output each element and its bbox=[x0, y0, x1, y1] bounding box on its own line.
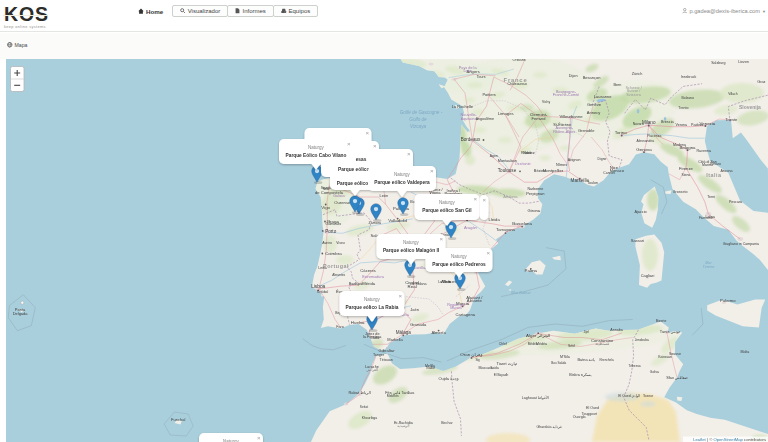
svg-text:Padova: Padova bbox=[691, 123, 703, 127]
svg-text:Villach: Villach bbox=[728, 92, 738, 96]
svg-text:M'Sila: M'Sila bbox=[560, 355, 570, 359]
svg-text:العرائش: العرائش bbox=[366, 368, 378, 372]
svg-text:Faro: Faro bbox=[336, 325, 343, 329]
svg-text:Naturgy: Naturgy bbox=[451, 254, 468, 259]
svg-text:Palermo: Palermo bbox=[720, 298, 736, 303]
svg-text:Nador: Nador bbox=[426, 366, 436, 370]
svg-text:Châteauroux: Châteauroux bbox=[508, 82, 528, 86]
svg-text:Ajaccio: Ajaccio bbox=[634, 210, 646, 214]
svg-text:Taza: Taza bbox=[408, 391, 415, 395]
svg-text:León: León bbox=[380, 194, 388, 198]
svg-text:Tiaret تيارت: Tiaret تيارت bbox=[497, 361, 517, 366]
svg-text:Cáceres: Cáceres bbox=[360, 268, 376, 273]
svg-text:قسنطينة: قسنطينة bbox=[595, 342, 609, 346]
svg-text:Golfe de Gascogne -: Golfe de Gascogne - bbox=[400, 110, 443, 115]
svg-text:Noia: Noia bbox=[323, 187, 330, 191]
svg-text:Jendouba: Jendouba bbox=[635, 338, 649, 342]
svg-text:Golfo de: Golfo de bbox=[409, 117, 427, 122]
svg-text:×: × bbox=[487, 249, 491, 256]
svg-text:El Oued الوادي: El Oued الوادي bbox=[618, 394, 640, 398]
svg-text:Giugliano in Campania: Giugliano in Campania bbox=[723, 242, 759, 246]
svg-text:Galicia: Galicia bbox=[333, 194, 345, 198]
svg-text:Tours: Tours bbox=[477, 75, 486, 79]
svg-text:Toulouse: Toulouse bbox=[498, 168, 517, 173]
svg-text:Digne: Digne bbox=[598, 157, 607, 161]
svg-text:Marino: Marino bbox=[702, 163, 713, 167]
svg-text:Settat: Settat bbox=[360, 405, 368, 409]
svg-text:Alger الجزائر: Alger الجزائر bbox=[526, 333, 550, 338]
svg-text:Biskra بسكرة: Biskra بسكرة bbox=[569, 373, 591, 377]
svg-text:Limoges: Limoges bbox=[498, 111, 514, 116]
svg-text:Portugal: Portugal bbox=[323, 263, 349, 269]
svg-text:Avignon: Avignon bbox=[568, 158, 581, 162]
svg-text:Trento: Trento bbox=[678, 106, 688, 110]
svg-text:Svizzera: Svizzera bbox=[626, 93, 641, 97]
svg-text:Bou Saâda: Bou Saâda bbox=[551, 361, 566, 365]
svg-text:Cannes: Cannes bbox=[603, 171, 615, 175]
svg-text:Verona: Verona bbox=[676, 123, 687, 127]
svg-text:Médéa: Médéa bbox=[536, 342, 547, 346]
svg-text:Brescia: Brescia bbox=[661, 120, 675, 124]
svg-text:Rhône-Alpes: Rhône-Alpes bbox=[553, 130, 575, 134]
svg-text:Ravenna: Ravenna bbox=[697, 149, 711, 153]
svg-text:Parque eólico San Gil: Parque eólico San Gil bbox=[422, 208, 471, 213]
svg-text:Lisboa: Lisboa bbox=[311, 284, 325, 289]
svg-text:Lausanne: Lausanne bbox=[594, 94, 612, 99]
svg-text:Tanger: Tanger bbox=[373, 353, 385, 357]
svg-text:Saïda: Saïda bbox=[490, 366, 499, 370]
svg-text:Coimbra: Coimbra bbox=[325, 251, 342, 256]
svg-text:Delgada: Delgada bbox=[13, 311, 29, 316]
svg-text:Leaflet | © OpenStreetMap cont: Leaflet | © OpenStreetMap contributors bbox=[693, 437, 766, 442]
svg-text:Torino: Torino bbox=[615, 130, 628, 135]
svg-text:Touggourt: Touggourt bbox=[582, 412, 597, 416]
svg-text:Parque Eólico Cabo Vilano: Parque Eólico Cabo Vilano bbox=[286, 153, 347, 158]
svg-text:Parque eólico Malagón II: Parque eólico Malagón II bbox=[383, 248, 440, 253]
svg-text:Cagliari: Cagliari bbox=[641, 273, 655, 278]
svg-text:La Rochelle: La Rochelle bbox=[452, 104, 474, 109]
svg-text:Naturgy: Naturgy bbox=[308, 145, 325, 150]
svg-text:Ouargla: Ouargla bbox=[573, 415, 586, 419]
svg-text:Siena: Siena bbox=[682, 173, 691, 177]
svg-text:La Roda: La Roda bbox=[438, 280, 451, 284]
svg-text:Aragón: Aragón bbox=[464, 225, 477, 230]
svg-text:Liezen: Liezen bbox=[738, 60, 749, 64]
svg-text:×: × bbox=[373, 142, 377, 149]
svg-text:Murcia: Murcia bbox=[450, 306, 462, 310]
svg-text:Alessandria: Alessandria bbox=[636, 139, 654, 143]
svg-text:Jijel: Jijel bbox=[584, 330, 590, 334]
svg-text:Almería: Almería bbox=[431, 330, 446, 335]
svg-text:Málaga: Málaga bbox=[396, 330, 412, 335]
svg-text:Besançon: Besançon bbox=[583, 75, 601, 80]
svg-text:Batna باتنة: Batna باتنة bbox=[578, 358, 595, 362]
svg-text:Funchal: Funchal bbox=[171, 417, 185, 422]
svg-text:Rodez: Rodez bbox=[521, 151, 532, 155]
svg-text:Béziers: Béziers bbox=[534, 169, 547, 173]
svg-text:Barcelona: Barcelona bbox=[512, 221, 532, 226]
svg-text:Palma: Palma bbox=[525, 268, 538, 273]
svg-text:Nîmes: Nîmes bbox=[556, 163, 567, 167]
svg-text:Valladolid: Valladolid bbox=[388, 218, 407, 223]
svg-text:Orléans: Orléans bbox=[512, 58, 525, 62]
svg-text:Setúbal: Setúbal bbox=[317, 290, 329, 294]
svg-text:الرشيدية: الرشيدية bbox=[397, 424, 409, 428]
svg-text:Occitanie: Occitanie bbox=[515, 162, 531, 166]
svg-text:Chlef: Chlef bbox=[499, 342, 507, 346]
svg-text:Jaén: Jaén bbox=[410, 307, 419, 312]
svg-text:Ghardaïa غرداية: Ghardaïa غرداية bbox=[537, 425, 562, 429]
svg-text:Milano: Milano bbox=[642, 120, 656, 125]
svg-text:Tirreno: Tirreno bbox=[702, 265, 714, 269]
svg-text:El Bayadh: El Bayadh bbox=[494, 373, 509, 377]
svg-text:×: × bbox=[257, 434, 261, 441]
svg-text:Oujda وجدة: Oujda وجدة bbox=[438, 376, 458, 381]
svg-text:La Solana: La Solana bbox=[410, 282, 426, 286]
svg-text:×: × bbox=[483, 196, 487, 203]
svg-text:Agen: Agen bbox=[490, 154, 498, 158]
svg-text:Ferrand: Ferrand bbox=[531, 116, 545, 121]
svg-text:Novara: Novara bbox=[633, 122, 644, 126]
svg-text:Khouribga: Khouribga bbox=[362, 416, 378, 420]
svg-text:Trieste: Trieste bbox=[725, 117, 738, 122]
svg-text:Cartagena: Cartagena bbox=[456, 312, 476, 317]
svg-text:Parque eólico Pedreros: Parque eólico Pedreros bbox=[432, 262, 486, 267]
svg-text:Narbonne: Narbonne bbox=[527, 187, 543, 191]
svg-text:Laghouat الأغواط: Laghouat الأغواط bbox=[522, 395, 549, 400]
